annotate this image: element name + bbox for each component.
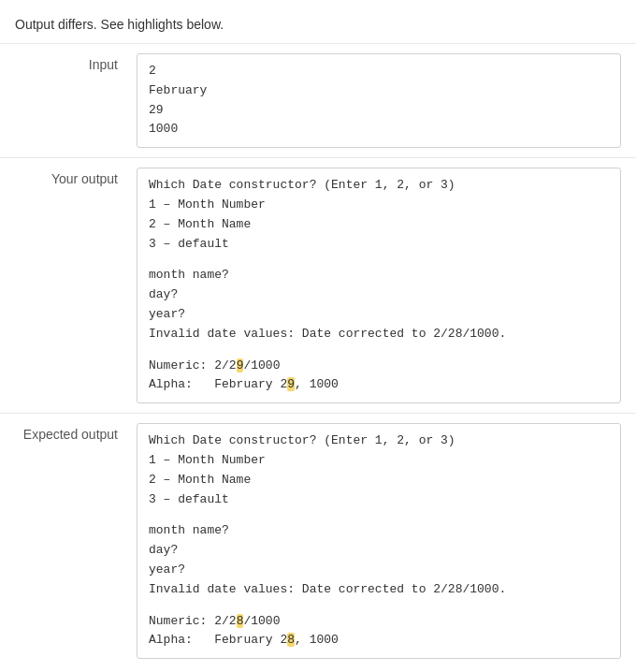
code-line: month name? — [149, 268, 229, 282]
code-box: 2 February 29 1000 — [137, 53, 621, 148]
code-line: Which Date constructor? (Enter 1, 2, or … — [149, 433, 455, 447]
code-line: Invalid date values: Date corrected to 2… — [149, 327, 506, 341]
header-text: Output differs. See highlights below. — [0, 9, 636, 43]
code-line-special: Alpha: February 28, 1000 — [149, 633, 339, 647]
code-line: 3 – default — [149, 237, 229, 251]
code-line: month name? — [149, 523, 229, 537]
code-line: day? — [149, 543, 178, 557]
spacer — [149, 509, 609, 521]
code-line: 1 – Month Number — [149, 197, 266, 212]
code-line: Invalid date values: Date corrected to 2… — [149, 582, 506, 596]
code-box: Which Date constructor? (Enter 1, 2, or … — [137, 423, 621, 659]
spacer — [149, 254, 609, 266]
code-line: year? — [149, 562, 185, 577]
code-line-special: Alpha: February 29, 1000 — [149, 377, 339, 391]
spacer — [149, 600, 609, 612]
row-label: Input — [15, 53, 137, 72]
code-line: day? — [149, 287, 178, 301]
highlight: 8 — [287, 633, 295, 647]
code-line-special: Numeric: 2/28/1000 — [149, 614, 280, 628]
row-label: Your output — [15, 168, 137, 186]
code-line: 1 – Month Number — [149, 453, 266, 467]
highlight: 8 — [237, 614, 244, 628]
code-line: year? — [149, 307, 185, 321]
code-line: Which Date constructor? (Enter 1, 2, or … — [149, 178, 455, 192]
row-label: Expected output — [15, 423, 137, 442]
output-row: Your outputWhich Date constructor? (Ente… — [0, 157, 636, 413]
output-row: Expected outputWhich Date constructor? (… — [0, 413, 636, 668]
spacer — [149, 344, 609, 357]
output-row: Input2 February 29 1000 — [0, 43, 636, 157]
code-line: 2 – Month Name — [149, 217, 251, 231]
highlight: 9 — [287, 377, 295, 391]
code-line: 3 – default — [149, 492, 229, 506]
code-line-special: Numeric: 2/29/1000 — [149, 358, 280, 373]
code-line: 2 – Month Name — [149, 473, 251, 487]
code-box: Which Date constructor? (Enter 1, 2, or … — [137, 168, 621, 403]
highlight: 9 — [237, 358, 244, 373]
